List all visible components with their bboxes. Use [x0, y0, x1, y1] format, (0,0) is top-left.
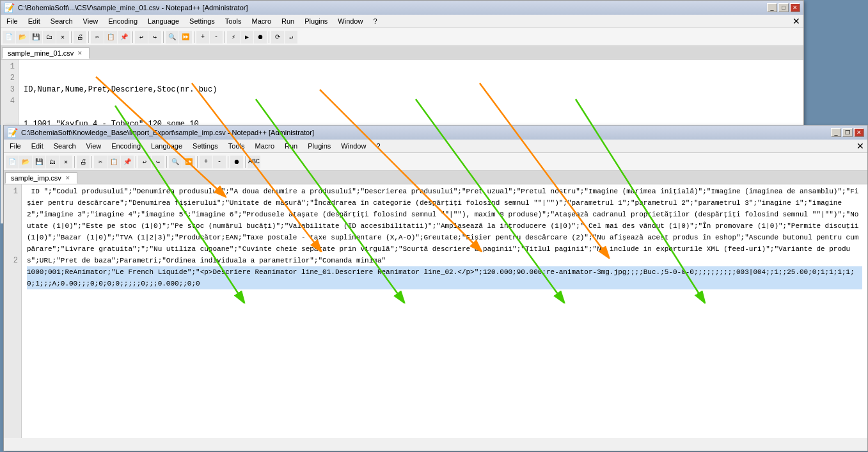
find-next-icon-2[interactable]: ⏩: [182, 156, 195, 168]
menu-edit-2[interactable]: Edit: [29, 141, 46, 150]
menu-tools-2[interactable]: Tools: [226, 141, 248, 150]
sep-5: [194, 31, 194, 43]
sep-2-2: [91, 156, 92, 168]
menu-language-1[interactable]: Language: [145, 17, 182, 26]
redo-icon-2[interactable]: ↪: [152, 156, 164, 168]
window-1-buttons: _ □ ✕: [767, 3, 800, 12]
menu-view-1[interactable]: View: [81, 17, 101, 26]
find-icon[interactable]: 🔍: [166, 31, 178, 44]
zoom-out-icon[interactable]: -: [210, 31, 223, 44]
maximize-button-1[interactable]: □: [778, 3, 789, 12]
sep-2-3: [136, 156, 136, 168]
menu-encoding-1[interactable]: Encoding: [106, 17, 140, 26]
macro-icon[interactable]: ⚡: [227, 31, 240, 44]
save-icon-2[interactable]: 💾: [33, 156, 45, 168]
title-bar-2: 📝 C:\BohemiaSoft\Knowledge_Base\Import_E…: [4, 125, 867, 140]
menu-plugins-2[interactable]: Plugins: [305, 141, 333, 150]
menu-search-2[interactable]: Search: [51, 141, 79, 150]
close-icon[interactable]: ✕: [56, 31, 69, 44]
menu-bar-1: File Edit Search View Encoding Language …: [1, 15, 803, 28]
menu-settings-1[interactable]: Settings: [187, 17, 217, 26]
close-button-2[interactable]: ✕: [854, 128, 864, 137]
zoom-out-icon-2[interactable]: -: [213, 156, 226, 168]
sep-2: [88, 31, 89, 43]
menu-macro-1[interactable]: Macro: [249, 17, 274, 26]
menu-window-1[interactable]: Window: [335, 17, 365, 26]
print-icon[interactable]: 🖨: [74, 31, 86, 44]
toolbar-2: 📄 📂 💾 🗂 ✕ 🖨 ✂ 📋 📌 ↩ ↪ 🔍 ⏩ + - ⏺ ABC: [4, 153, 867, 171]
minimize-button-2[interactable]: _: [831, 128, 841, 137]
menu-encoding-2[interactable]: Encoding: [109, 141, 143, 150]
find-next-icon[interactable]: ⏩: [179, 31, 192, 44]
window-1-title: C:\BohemiaSoft\...\CSV\sample_mine_01.cs…: [18, 4, 248, 12]
sync-icon[interactable]: ⟳: [271, 31, 284, 44]
tab-label-1: sample_mine_01.csv: [8, 49, 74, 57]
menu-run-1[interactable]: Run: [279, 17, 297, 26]
tab-sample-imp[interactable]: sample_imp.csv ✕: [5, 172, 77, 184]
menu-macro-2[interactable]: Macro: [252, 141, 277, 150]
sep-7: [269, 31, 269, 43]
redo-icon[interactable]: ↪: [148, 31, 161, 44]
print-icon-2[interactable]: 🖨: [77, 156, 90, 168]
paste-icon-2[interactable]: 📌: [121, 156, 134, 168]
editor-2: 1 2 ID ";"Codul produsului";"Denumirea p…: [4, 184, 867, 438]
menu-run-2[interactable]: Run: [282, 141, 300, 150]
close-x-1[interactable]: ✕: [793, 16, 800, 26]
save-icon[interactable]: 💾: [29, 31, 42, 44]
window-2: 📝 C:\BohemiaSoft\Knowledge_Base\Import_E…: [3, 125, 868, 451]
tab-sample-mine[interactable]: sample_mine_01.csv ✕: [2, 47, 90, 59]
cut-icon-2[interactable]: ✂: [94, 156, 107, 168]
menu-tools-1[interactable]: Tools: [223, 17, 244, 26]
menu-plugins-1[interactable]: Plugins: [302, 17, 330, 26]
tab-close-2[interactable]: ✕: [64, 174, 72, 182]
menu-bar-2: File Edit Search View Encoding Language …: [4, 140, 867, 153]
open-icon-2[interactable]: 📂: [19, 156, 32, 168]
zoom-in-icon[interactable]: +: [196, 31, 209, 44]
line-numbers-2: 1 2: [4, 184, 22, 438]
code-scroll-2[interactable]: ID ";"Codul produsului";"Denumirea produ…: [22, 184, 867, 438]
new-icon[interactable]: 📄: [3, 31, 15, 44]
tab-close-1[interactable]: ✕: [76, 49, 84, 57]
close-button-1[interactable]: ✕: [790, 3, 800, 12]
record-icon-2[interactable]: ⏺: [230, 156, 243, 168]
record-icon[interactable]: ⏺: [254, 31, 267, 44]
zoom-in-icon-2[interactable]: +: [200, 156, 212, 168]
tab-bar-2: sample_imp.csv ✕: [4, 171, 867, 184]
close-x-2[interactable]: ✕: [856, 141, 864, 151]
paste-icon[interactable]: 📌: [118, 31, 130, 44]
undo-icon-2[interactable]: ↩: [138, 156, 151, 168]
spellcheck-icon-2[interactable]: ABC: [248, 156, 260, 168]
menu-file-2[interactable]: File: [7, 141, 24, 150]
code-line-1-1: ID,Numar,Nume,Pret,Descriere,Stoc(nr. bu…: [24, 84, 798, 95]
sep-1: [71, 31, 72, 43]
new-icon-2[interactable]: 📄: [6, 156, 19, 168]
menu-settings-2[interactable]: Settings: [190, 141, 221, 150]
word-wrap-icon[interactable]: ↵: [285, 31, 297, 44]
menu-edit-1[interactable]: Edit: [26, 17, 43, 26]
menu-view-2[interactable]: View: [84, 141, 104, 150]
undo-icon[interactable]: ↩: [135, 31, 148, 44]
cut-icon[interactable]: ✂: [91, 31, 104, 44]
title-bar-1: 📝 C:\BohemiaSoft\...\CSV\sample_mine_01.…: [1, 1, 803, 15]
save-all-icon-2[interactable]: 🗂: [46, 156, 59, 168]
copy-icon-2[interactable]: 📋: [107, 156, 120, 168]
window-2-title: C:\BohemiaSoft\Knowledge_Base\Import_Exp…: [21, 129, 314, 136]
find-icon-2[interactable]: 🔍: [169, 156, 182, 168]
menu-window-2[interactable]: Window: [338, 141, 368, 150]
menu-help-2[interactable]: ?: [374, 141, 383, 150]
run-macro-icon[interactable]: ▶: [241, 31, 253, 44]
menu-help-1[interactable]: ?: [370, 17, 379, 26]
close-icon-2[interactable]: ✕: [59, 156, 72, 168]
toolbar-1: 📄 📂 💾 🗂 ✕ 🖨 ✂ 📋 📌 ↩ ↪ 🔍 ⏩ + - ⚡ ▶ ⏺: [1, 28, 803, 46]
menu-search-1[interactable]: Search: [48, 17, 75, 26]
sep-2-6: [228, 156, 228, 168]
sep-2-7: [245, 156, 246, 168]
open-icon[interactable]: 📂: [16, 31, 29, 44]
restore-button-2[interactable]: ❐: [842, 128, 853, 137]
save-all-icon[interactable]: 🗂: [43, 31, 56, 44]
menu-file-1[interactable]: File: [4, 17, 20, 26]
copy-icon[interactable]: 📋: [104, 31, 117, 44]
menu-language-2[interactable]: Language: [148, 141, 185, 150]
sep-4: [163, 31, 164, 43]
minimize-button-1[interactable]: _: [767, 3, 777, 12]
